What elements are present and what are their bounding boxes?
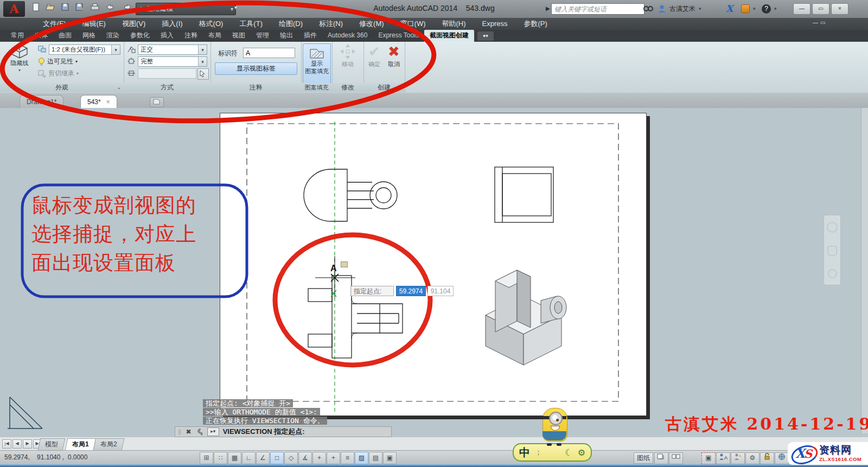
svg-text:A: A	[724, 455, 727, 460]
selection-cycling-toggle[interactable]: ▣	[383, 452, 397, 464]
signin-area[interactable]: 古滇艾米 ▾	[658, 3, 701, 15]
doc-restore-button[interactable]: ▭	[820, 20, 825, 25]
red-ellipse-annotation	[0, 0, 442, 130]
object-snap-tracking-toggle[interactable]: ∡	[298, 452, 312, 464]
quick-view-layouts-icon[interactable]	[654, 452, 668, 464]
search-collapse-icon[interactable]: ▶	[546, 5, 550, 11]
pan-hand-icon[interactable]	[827, 246, 837, 256]
command-line-bar[interactable]: ⣿ ✖ ▸▾ VIEWSECTION 指定起点:	[175, 426, 392, 437]
hardware-acceleration-icon[interactable]	[775, 452, 789, 464]
quick-properties-toggle[interactable]: ▤	[369, 452, 382, 464]
cad-drawing	[220, 113, 646, 417]
user-name: 古滇艾米	[669, 4, 695, 14]
exchange-x-glyph: X	[726, 3, 733, 14]
dyninput-x-field[interactable]: 59.2974	[396, 286, 426, 296]
help-menu[interactable]: ? ▾	[762, 3, 777, 15]
paper-model-button[interactable]: 图纸	[634, 452, 653, 464]
minion-mascot-image	[535, 408, 574, 446]
signature-date-annotation: 古滇艾米 2014-12-19	[665, 413, 868, 436]
ribbon-options-button[interactable]: ●▾	[477, 31, 494, 41]
top-projected-view	[304, 169, 397, 221]
exchange-lock-icon[interactable]: ▾	[741, 3, 756, 15]
cursor-badge-icon	[341, 261, 348, 267]
annotation-visibility-icon[interactable]: A	[716, 452, 730, 464]
wrench-icon[interactable]	[195, 428, 203, 436]
layout-nav-buttons: |◀ ◀ ▶ ▶|	[2, 439, 42, 449]
ime-punctuation-icon[interactable]: ；	[535, 447, 542, 457]
windows-taskbar-edge	[0, 464, 868, 467]
watermark-badge: X S 资料网 ZL.XS1616.COM	[788, 442, 868, 465]
annotation-scale-icon[interactable]: ▣	[701, 452, 716, 464]
watermark-logo-icon: X S	[791, 444, 817, 463]
tab-layout2[interactable]: 布局2	[93, 438, 124, 450]
workspace-switch-gear-icon[interactable]: ⚙	[745, 452, 760, 464]
toolbar-lock-icon[interactable]	[760, 452, 774, 464]
menu-express[interactable]: Express	[474, 18, 516, 30]
layout-tab-row: |◀ ◀ ▶ ▶| 模型 布局1 布局2	[0, 437, 868, 451]
object-snap-toggle[interactable]: □	[270, 452, 284, 464]
snap-toggle[interactable]: ∷	[214, 452, 227, 464]
tab-layout1-label: 布局1	[72, 439, 89, 450]
ime-mode-indicator[interactable]: 中	[519, 445, 530, 460]
menu-parametric[interactable]: 参数(P)	[516, 18, 556, 30]
infer-constraints-toggle[interactable]: ⊞	[200, 452, 213, 464]
object-snap-3d-toggle[interactable]: ◇	[284, 452, 298, 464]
annotation-autoscale-icon[interactable]	[731, 452, 745, 464]
zoom-icon[interactable]	[828, 269, 837, 278]
note-line: 选择捕捉，对应上	[31, 220, 248, 248]
help-icon: ?	[762, 4, 771, 14]
command-badge-icon[interactable]: ▸▾	[207, 427, 219, 436]
steering-wheel-icon[interactable]	[827, 222, 838, 233]
command-prompt[interactable]: VIEWSECTION 指定起点:	[223, 427, 305, 437]
lineweight-toggle[interactable]: ≡	[341, 452, 354, 464]
grid-toggle[interactable]: ▦	[228, 452, 241, 464]
search-icon[interactable]	[643, 3, 653, 15]
ime-settings-gear-icon[interactable]: ⚙	[578, 447, 585, 458]
chevron-down-icon: ▾	[753, 6, 756, 11]
quick-view-drawings-icon[interactable]	[669, 452, 683, 464]
autocad-window: { "icons": { "dropdown": "▾", "gear": "⚙…	[0, 0, 868, 467]
dynamic-ucs-toggle[interactable]: +	[312, 452, 326, 464]
section-label: A	[330, 264, 337, 273]
dyninput-prompt: 指定起点:	[350, 286, 394, 296]
ortho-toggle[interactable]: ∟	[242, 452, 256, 464]
window-controls: — ▭ ×	[793, 3, 848, 15]
document-window-controls: — ▭	[813, 20, 825, 25]
lock-badge	[741, 4, 750, 13]
vertical-scrollbar[interactable]	[861, 108, 868, 433]
polar-tracking-toggle[interactable]: ∠	[256, 452, 270, 464]
moon-icon[interactable]: ☾	[565, 447, 572, 458]
document-name: 543.dwg	[466, 4, 495, 12]
navigation-bar	[824, 215, 841, 285]
close-button[interactable]: ×	[831, 3, 848, 15]
drag-handle-icon[interactable]: ⣿	[178, 429, 182, 434]
watermark-site-name: 资料网	[819, 445, 861, 455]
watermark-s-glyph: S	[804, 447, 812, 460]
maximize-button[interactable]: ▭	[812, 3, 829, 15]
dyninput-y-field[interactable]: 91.104	[427, 286, 454, 296]
command-history-line: 指定起点: <对象捕捉 开>	[203, 399, 293, 407]
command-history-line: >>输入 ORTHOMODE 的新值 <1>:	[203, 408, 320, 416]
minimize-button[interactable]: —	[793, 3, 810, 15]
doc-minimize-button[interactable]: —	[813, 20, 818, 25]
coordinate-readout: 59.2974, 91.1040 , 0.0000	[4, 453, 87, 461]
note-line: 面出现设置面板	[31, 248, 248, 277]
tab-layout2-label: 布局2	[100, 439, 117, 450]
command-history-line: 正在恢复执行 VIEWSECTION 命令。	[203, 417, 327, 425]
next-layout-button[interactable]: ▶	[23, 439, 32, 449]
side-projected-view	[495, 167, 553, 222]
ime-language-bar[interactable]: 中 ； ☾ ⚙	[513, 443, 592, 462]
red-circle-annotation	[275, 235, 430, 365]
first-layout-button[interactable]: |◀	[2, 439, 11, 449]
prev-layout-button[interactable]: ◀	[12, 439, 22, 449]
tab-model-label: 模型	[45, 439, 58, 450]
dynamic-input-toggle[interactable]: +	[327, 452, 340, 464]
close-command-icon[interactable]: ✖	[186, 428, 192, 436]
status-bar: 59.2974, 91.1040 , 0.0000 ⊞ ∷ ▦ ∟ ∠ □ ◇ …	[0, 450, 868, 465]
tab-model[interactable]: 模型	[38, 438, 66, 450]
user-icon	[658, 4, 666, 13]
exchange-apps-icon[interactable]: X	[726, 3, 733, 15]
transparency-toggle[interactable]: ▨	[355, 452, 368, 464]
help-search-input[interactable]	[551, 3, 644, 15]
tab-layout1[interactable]: 布局1	[65, 438, 96, 450]
